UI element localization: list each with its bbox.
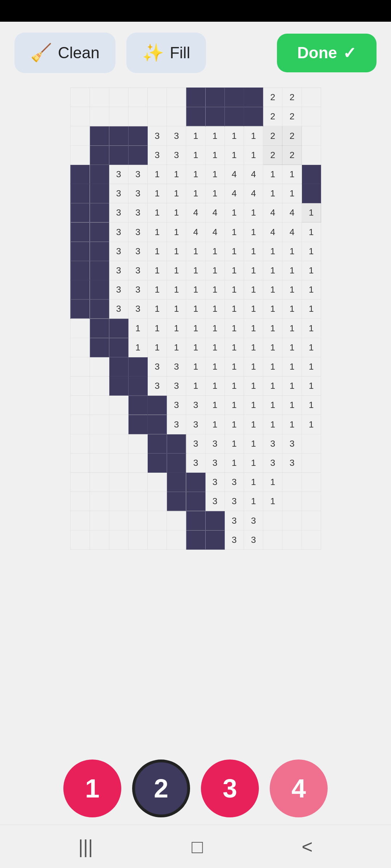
- grid-cell[interactable]: 1: [302, 222, 321, 242]
- grid-cell[interactable]: 3: [109, 261, 128, 280]
- grid-cell[interactable]: 2: [263, 107, 282, 126]
- grid-cell[interactable]: 3: [186, 415, 205, 434]
- grid-cell[interactable]: 1: [282, 299, 301, 319]
- grid-cell[interactable]: [89, 319, 109, 338]
- grid-cell[interactable]: 1: [302, 261, 321, 280]
- grid-cell[interactable]: [109, 396, 128, 415]
- grid-cell[interactable]: [109, 511, 128, 530]
- grid-cell[interactable]: 1: [224, 415, 244, 434]
- grid-cell[interactable]: 3: [186, 453, 205, 472]
- grid-cell[interactable]: 1: [205, 145, 224, 165]
- grid-cell[interactable]: [167, 492, 186, 511]
- grid-cell[interactable]: [89, 511, 109, 530]
- home-nav-icon[interactable]: □: [192, 836, 203, 858]
- grid-cell[interactable]: [147, 530, 167, 549]
- grid-cell[interactable]: 1: [244, 338, 263, 357]
- grid-cell[interactable]: [109, 88, 128, 107]
- grid-cell[interactable]: [89, 415, 109, 434]
- grid-cell[interactable]: [89, 184, 109, 203]
- grid-cell[interactable]: 1: [244, 319, 263, 338]
- grid-cell[interactable]: [109, 107, 128, 126]
- grid-cell[interactable]: [70, 319, 89, 338]
- grid-cell[interactable]: [89, 376, 109, 395]
- grid-cell[interactable]: [70, 280, 89, 299]
- grid-cell[interactable]: [70, 261, 89, 280]
- grid-cell[interactable]: 3: [128, 299, 147, 319]
- grid-cell[interactable]: [70, 415, 89, 434]
- grid-cell[interactable]: 1: [302, 299, 321, 319]
- grid-cell[interactable]: [89, 203, 109, 222]
- grid-cell[interactable]: 4: [205, 222, 224, 242]
- grid-cell[interactable]: 3: [224, 492, 244, 511]
- grid-cell[interactable]: 3: [167, 126, 186, 145]
- grid-cell[interactable]: 3: [128, 242, 147, 261]
- grid-cell[interactable]: [70, 511, 89, 530]
- grid-cell[interactable]: 4: [224, 184, 244, 203]
- number-button-4[interactable]: 4: [270, 760, 328, 817]
- grid-cell[interactable]: 3: [147, 357, 167, 376]
- grid-cell[interactable]: 3: [167, 396, 186, 415]
- grid-cell[interactable]: 1: [147, 203, 167, 222]
- grid-cell[interactable]: [186, 530, 205, 549]
- menu-nav-icon[interactable]: |||: [78, 836, 93, 858]
- grid-cell[interactable]: 3: [109, 184, 128, 203]
- grid-cell[interactable]: [109, 415, 128, 434]
- grid-cell[interactable]: 1: [205, 396, 224, 415]
- grid-cell[interactable]: 1: [302, 280, 321, 299]
- grid-cell[interactable]: 1: [167, 165, 186, 184]
- grid-cell[interactable]: 3: [263, 453, 282, 472]
- grid-cell[interactable]: [186, 88, 205, 107]
- grid-cell[interactable]: 1: [244, 396, 263, 415]
- grid-cell[interactable]: [109, 357, 128, 376]
- grid-cell[interactable]: [109, 376, 128, 395]
- grid-cell[interactable]: [224, 107, 244, 126]
- grid-cell[interactable]: 2: [263, 126, 282, 145]
- grid-cell[interactable]: [302, 145, 321, 165]
- grid-cell[interactable]: [147, 415, 167, 434]
- grid-cell[interactable]: 4: [186, 203, 205, 222]
- grid-cell[interactable]: 1: [186, 299, 205, 319]
- grid-cell[interactable]: [205, 107, 224, 126]
- grid-cell[interactable]: 3: [128, 203, 147, 222]
- grid-cell[interactable]: 4: [244, 184, 263, 203]
- grid-cell[interactable]: 1: [147, 261, 167, 280]
- grid-cell[interactable]: 1: [263, 415, 282, 434]
- grid-cell[interactable]: 1: [224, 261, 244, 280]
- grid-cell[interactable]: 4: [282, 203, 301, 222]
- grid-cell[interactable]: [89, 280, 109, 299]
- grid-cell[interactable]: [302, 434, 321, 453]
- grid-cell[interactable]: [147, 492, 167, 511]
- grid-cell[interactable]: [147, 396, 167, 415]
- grid-cell[interactable]: 4: [282, 222, 301, 242]
- grid-cell[interactable]: 3: [128, 261, 147, 280]
- grid-cell[interactable]: 4: [186, 222, 205, 242]
- grid-cell[interactable]: 1: [205, 261, 224, 280]
- grid-cell[interactable]: [89, 472, 109, 492]
- grid-cell[interactable]: [167, 453, 186, 472]
- grid-cell[interactable]: [70, 145, 89, 165]
- grid-cell[interactable]: 1: [186, 126, 205, 145]
- number-button-2[interactable]: 2: [132, 760, 190, 817]
- grid-cell[interactable]: 1: [224, 434, 244, 453]
- grid-cell[interactable]: 3: [128, 280, 147, 299]
- grid-cell[interactable]: [109, 492, 128, 511]
- grid-cell[interactable]: [109, 434, 128, 453]
- grid-cell[interactable]: 3: [167, 415, 186, 434]
- grid-cell[interactable]: [147, 511, 167, 530]
- grid-cell[interactable]: 1: [244, 126, 263, 145]
- grid-cell[interactable]: 1: [205, 242, 224, 261]
- grid-cell[interactable]: [109, 126, 128, 145]
- grid-cell[interactable]: 1: [282, 165, 301, 184]
- grid-cell[interactable]: 1: [282, 184, 301, 203]
- grid-cell[interactable]: 1: [186, 319, 205, 338]
- grid-cell[interactable]: 1: [224, 203, 244, 222]
- grid-cell[interactable]: 1: [302, 357, 321, 376]
- grid-cell[interactable]: [282, 511, 301, 530]
- grid-cell[interactable]: 1: [205, 338, 224, 357]
- grid-cell[interactable]: [302, 88, 321, 107]
- grid-cell[interactable]: 1: [186, 261, 205, 280]
- grid-cell[interactable]: [109, 145, 128, 165]
- grid-cell[interactable]: 1: [147, 184, 167, 203]
- grid-cell[interactable]: [147, 107, 167, 126]
- grid-cell[interactable]: 3: [147, 376, 167, 395]
